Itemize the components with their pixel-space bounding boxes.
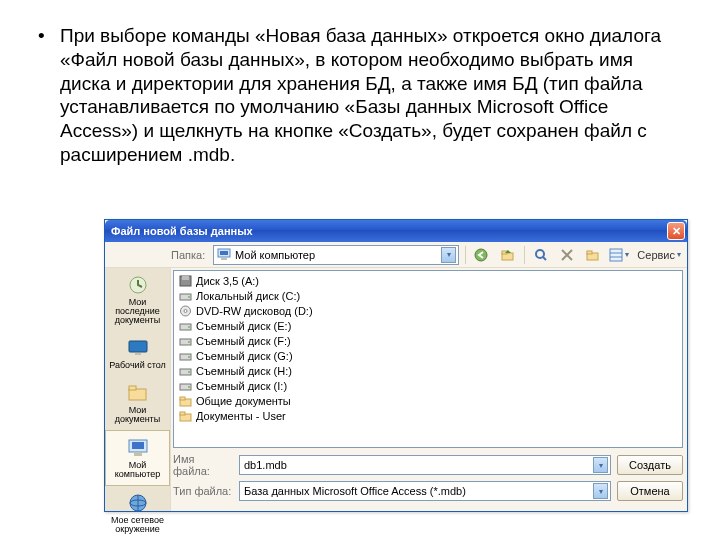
main-pane: Диск 3,5 (A:)Локальный диск (C:)DVD-RW д… <box>171 268 687 511</box>
folder-icon <box>178 410 192 422</box>
network-icon <box>125 492 151 514</box>
svg-rect-16 <box>129 341 147 352</box>
list-item[interactable]: Съемный диск (H:) <box>178 363 678 378</box>
new-folder-icon[interactable] <box>583 245 603 265</box>
list-item[interactable]: Диск 3,5 (A:) <box>178 273 678 288</box>
list-item[interactable]: Съемный диск (I:) <box>178 378 678 393</box>
folder-dropdown[interactable]: Мой компьютер ▾ <box>213 245 459 265</box>
folder-dropdown-value: Мой компьютер <box>235 249 437 261</box>
close-button[interactable]: ✕ <box>667 222 685 240</box>
hdd-icon <box>178 365 192 377</box>
delete-icon[interactable] <box>557 245 577 265</box>
list-item-label: Диск 3,5 (A:) <box>196 275 259 287</box>
svg-rect-43 <box>180 397 185 400</box>
svg-rect-18 <box>129 389 146 400</box>
list-item[interactable]: DVD-RW дисковод (D:) <box>178 303 678 318</box>
list-item-label: DVD-RW дисковод (D:) <box>196 305 313 317</box>
bullet-paragraph: При выборе команды «Новая база данных» о… <box>0 0 720 167</box>
list-item[interactable]: Съемный диск (F:) <box>178 333 678 348</box>
chevron-down-icon[interactable]: ▾ <box>593 483 608 499</box>
svg-rect-11 <box>587 251 592 254</box>
svg-rect-2 <box>221 258 227 260</box>
titlebar[interactable]: Файл новой базы данных ✕ <box>105 220 687 242</box>
svg-rect-22 <box>134 453 142 456</box>
sidebar-item-label: Мои последние документы <box>107 298 168 325</box>
list-item-label: Съемный диск (H:) <box>196 365 292 377</box>
hdd-icon <box>178 290 192 302</box>
svg-rect-17 <box>135 353 141 355</box>
svg-rect-27 <box>182 276 189 280</box>
desktop-icon <box>125 337 151 359</box>
svg-point-35 <box>188 341 190 343</box>
hdd-icon <box>178 335 192 347</box>
chevron-down-icon[interactable]: ▾ <box>441 247 456 263</box>
svg-point-41 <box>188 386 190 388</box>
create-button[interactable]: Создать <box>617 455 683 475</box>
sidebar-item-computer[interactable]: Мой компьютер <box>105 430 170 486</box>
list-item-label: Документы - User <box>196 410 286 422</box>
cancel-button[interactable]: Отмена <box>617 481 683 501</box>
list-item[interactable]: Общие документы <box>178 393 678 408</box>
svg-point-31 <box>184 309 187 312</box>
sidebar-item-desktop[interactable]: Рабочий стол <box>105 331 170 376</box>
list-item-label: Съемный диск (I:) <box>196 380 287 392</box>
places-sidebar: Мои последние документы Рабочий стол Мои… <box>105 268 171 511</box>
svg-rect-45 <box>180 412 185 415</box>
hdd-icon <box>178 380 192 392</box>
chevron-down-icon[interactable]: ▾ <box>593 457 608 473</box>
svg-rect-12 <box>610 249 622 261</box>
filetype-value: База данных Microsoft Office Access (*.m… <box>244 485 593 497</box>
filename-label: Имя файла: <box>173 453 233 477</box>
svg-point-3 <box>475 249 487 261</box>
svg-line-7 <box>543 257 546 260</box>
views-icon[interactable]: ▾ <box>609 245 629 265</box>
toolbar: Папка: Мой компьютер ▾ ▾ С <box>105 242 687 268</box>
filename-input[interactable]: db1.mdb ▾ <box>239 455 611 475</box>
dialog-body: Мои последние документы Рабочий стол Мои… <box>105 268 687 511</box>
sidebar-item-label: Мои документы <box>107 406 168 424</box>
svg-rect-19 <box>129 386 136 390</box>
file-dialog: Файл новой базы данных ✕ Папка: Мой комп… <box>104 219 688 512</box>
sidebar-item-network[interactable]: Мое сетевое окружение <box>105 486 170 540</box>
svg-point-6 <box>536 250 544 258</box>
list-item[interactable]: Съемный диск (G:) <box>178 348 678 363</box>
list-item-label: Локальный диск (C:) <box>196 290 300 302</box>
back-button[interactable] <box>472 245 492 265</box>
svg-rect-21 <box>132 442 144 449</box>
sidebar-item-label: Рабочий стол <box>109 361 166 370</box>
list-item-label: Съемный диск (G:) <box>196 350 293 362</box>
folder-label: Папка: <box>171 249 207 261</box>
list-item[interactable]: Локальный диск (C:) <box>178 288 678 303</box>
list-item-label: Съемный диск (F:) <box>196 335 291 347</box>
list-item-label: Съемный диск (E:) <box>196 320 291 332</box>
hdd-icon <box>178 350 192 362</box>
filetype-label: Тип файла: <box>173 485 233 497</box>
list-item-label: Общие документы <box>196 395 291 407</box>
recent-icon <box>125 274 151 296</box>
search-icon[interactable] <box>531 245 551 265</box>
sidebar-item-documents[interactable]: Мои документы <box>105 376 170 430</box>
floppy-icon <box>178 275 192 287</box>
computer-icon <box>125 437 151 459</box>
svg-point-29 <box>188 296 190 298</box>
bottom-area: Имя файла: db1.mdb ▾ Создать Тип файла: … <box>171 450 687 511</box>
folder-icon <box>178 395 192 407</box>
filetype-select[interactable]: База данных Microsoft Office Access (*.m… <box>239 481 611 501</box>
svg-rect-1 <box>220 251 228 255</box>
dialog-title: Файл новой базы данных <box>111 225 667 237</box>
cd-icon <box>178 305 192 317</box>
list-item[interactable]: Документы - User <box>178 408 678 423</box>
documents-icon <box>125 382 151 404</box>
sidebar-item-label: Мое сетевое окружение <box>107 516 168 534</box>
list-item[interactable]: Съемный диск (E:) <box>178 318 678 333</box>
tools-menu[interactable]: Сервис ▾ <box>635 249 683 261</box>
hdd-icon <box>178 320 192 332</box>
up-button[interactable] <box>498 245 518 265</box>
file-list[interactable]: Диск 3,5 (A:)Локальный диск (C:)DVD-RW д… <box>173 270 683 448</box>
separator <box>465 246 466 264</box>
sidebar-item-recent[interactable]: Мои последние документы <box>105 268 170 331</box>
svg-point-37 <box>188 356 190 358</box>
svg-point-33 <box>188 326 190 328</box>
chevron-down-icon: ▾ <box>677 250 681 259</box>
sidebar-item-label: Мой компьютер <box>108 461 167 479</box>
